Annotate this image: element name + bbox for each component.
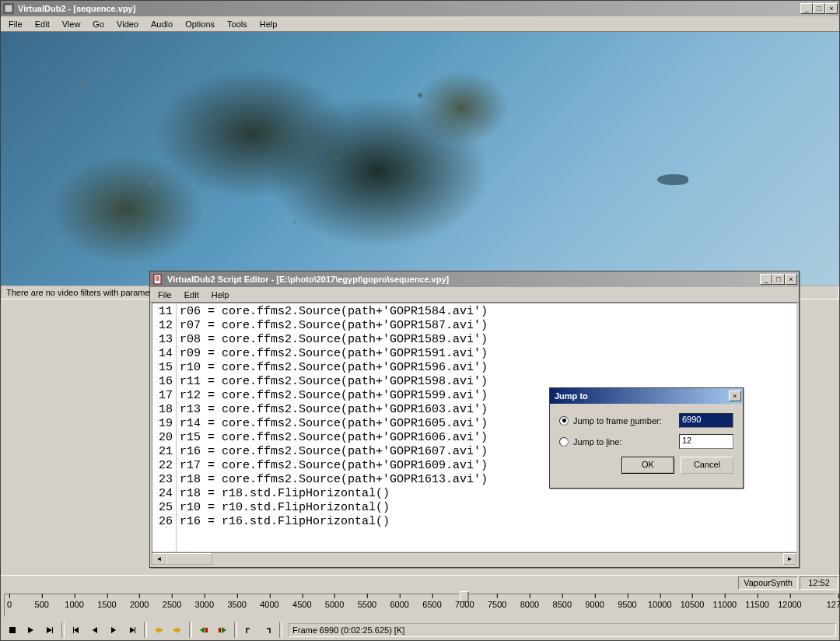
play-input-button[interactable]: [23, 622, 40, 639]
code-line[interactable]: r12 = core.ffms2.Source(path+'GOPR1599.a…: [180, 389, 488, 403]
video-preview[interactable]: [1, 32, 839, 285]
code-line[interactable]: r15 = core.ffms2.Source(path+'GOPR1606.a…: [180, 431, 488, 445]
scroll-left-button[interactable]: ◄: [152, 553, 166, 565]
timeline-tick: 8000: [520, 594, 539, 609]
code-line[interactable]: r11 = core.ffms2.Source(path+'GOPR1598.a…: [180, 375, 488, 389]
play-output-button[interactable]: [41, 622, 58, 639]
code-line[interactable]: r07 = core.ffms2.Source(path+'GOPR1587.a…: [180, 319, 488, 333]
editor-minimize-button[interactable]: _: [760, 274, 772, 285]
code-line[interactable]: r06 = core.ffms2.Source(path+'GOPR1584.a…: [180, 305, 488, 319]
go-start-button[interactable]: [68, 622, 85, 639]
menu-edit[interactable]: Edit: [29, 18, 56, 30]
scroll-right-button[interactable]: ►: [783, 553, 796, 565]
scene-next-button[interactable]: [214, 622, 231, 639]
svg-rect-2: [9, 627, 16, 633]
code-line[interactable]: r08 = core.ffms2.Source(path+'GOPR1589.a…: [180, 333, 488, 347]
line-number: 21: [159, 445, 173, 459]
timeline-tick: 5500: [358, 594, 376, 609]
key-prev-button[interactable]: [150, 622, 167, 639]
code-line[interactable]: r09 = core.ffms2.Source(path+'GOPR1591.a…: [180, 347, 488, 361]
menu-video[interactable]: Video: [110, 18, 145, 30]
timeline-tick: 12748: [827, 594, 840, 609]
menu-file[interactable]: File: [2, 18, 29, 30]
close-button[interactable]: ×: [825, 3, 838, 14]
jump-to-dialog: Jump to × Jump to frame number: 6990 Jum…: [549, 387, 744, 489]
ok-button[interactable]: OK: [621, 457, 674, 474]
timeline-tick: 11000: [713, 594, 737, 609]
input-line-number[interactable]: 12: [679, 434, 733, 449]
maximize-button[interactable]: □: [813, 3, 825, 14]
input-frame-number[interactable]: 6990: [679, 413, 733, 428]
label-line: Jump to line:: [573, 437, 621, 447]
timeline-tick-label: 9500: [618, 600, 636, 609]
timeline-tick: 5000: [325, 594, 344, 609]
menu-go[interactable]: Go: [86, 18, 110, 30]
editor-close-button[interactable]: ×: [785, 274, 797, 285]
editor-menubar: FileEditHelp: [150, 287, 799, 303]
line-number: 19: [159, 417, 173, 431]
timeline-tick-label: 5500: [358, 600, 376, 609]
timeline-tick: 9500: [618, 594, 636, 609]
main-menubar: FileEditViewGoVideoAudioOptionsToolsHelp: [1, 16, 839, 32]
jump-close-button[interactable]: ×: [729, 391, 741, 401]
code-line[interactable]: r18 = core.ffms2.Source(path+'GOPR1613.a…: [180, 473, 488, 487]
radio-line[interactable]: [559, 437, 569, 447]
line-number: 11: [159, 305, 173, 319]
status-time: 12:52: [800, 576, 838, 590]
step-back-button[interactable]: [86, 622, 103, 639]
svg-rect-3: [52, 627, 53, 633]
editor-menu-help[interactable]: Help: [205, 289, 236, 301]
menu-help[interactable]: Help: [254, 18, 284, 30]
status-engine: VapourSynth: [738, 576, 798, 590]
code-line[interactable]: r14 = core.ffms2.Source(path+'GOPR1605.a…: [180, 417, 488, 431]
line-number: 15: [159, 361, 173, 375]
timeline-tick-label: 0: [7, 600, 12, 609]
main-title: VirtualDub2 - [sequence.vpy]: [18, 4, 800, 13]
line-number: 17: [159, 389, 173, 403]
editor-hscrollbar[interactable]: ◄ ►: [152, 552, 797, 566]
radio-frame[interactable]: [559, 416, 569, 426]
timeline[interactable]: 0500100015002000250030003500400045005000…: [4, 594, 836, 617]
timeline-tick-label: 4000: [260, 600, 278, 609]
timeline-playhead[interactable]: [460, 591, 468, 604]
timeline-tick-label: 11500: [745, 600, 769, 609]
timeline-tick-label: 3000: [195, 600, 214, 609]
editor-titlebar[interactable]: VirtualDub2 Script Editor - [E:\photo\20…: [150, 271, 799, 287]
menu-audio[interactable]: Audio: [145, 18, 179, 30]
timeline-tick-label: 7500: [488, 600, 506, 609]
code-line[interactable]: r17 = core.ffms2.Source(path+'GOPR1609.a…: [180, 459, 488, 473]
code-line[interactable]: r16 = core.ffms2.Source(path+'GOPR1607.a…: [180, 445, 488, 459]
editor-menu-edit[interactable]: Edit: [178, 289, 205, 301]
timeline-tick: 500: [35, 594, 49, 609]
step-fwd-button[interactable]: [105, 622, 122, 639]
timeline-tick-label: 10000: [648, 600, 672, 609]
menu-view[interactable]: View: [56, 18, 87, 30]
timeline-tick-label: 9000: [585, 600, 604, 609]
key-next-button[interactable]: [169, 622, 186, 639]
scroll-thumb[interactable]: [166, 553, 212, 565]
main-titlebar[interactable]: VirtualDub2 - [sequence.vpy] _ □ ×: [1, 1, 839, 16]
code-line[interactable]: r13 = core.ffms2.Source(path+'GOPR1603.a…: [180, 403, 488, 417]
mark-in-button[interactable]: [240, 622, 257, 639]
mark-out-button[interactable]: [259, 622, 276, 639]
timeline-tick: 6000: [390, 594, 408, 609]
editor-menu-file[interactable]: File: [152, 289, 178, 301]
code-line[interactable]: r18 = r18.std.FlipHorizontal(): [180, 487, 488, 501]
code-line[interactable]: r16 = r16.std.FlipHorizontal(): [180, 515, 488, 529]
go-end-button[interactable]: [124, 622, 141, 639]
timeline-tick: 9000: [585, 594, 604, 609]
timeline-tick: 1000: [65, 594, 83, 609]
menu-tools[interactable]: Tools: [221, 18, 254, 30]
minimize-button[interactable]: _: [800, 3, 813, 14]
menu-options[interactable]: Options: [179, 18, 221, 30]
cancel-button[interactable]: Cancel: [681, 457, 733, 474]
line-number: 13: [159, 333, 173, 347]
code-lines[interactable]: r06 = core.ffms2.Source(path+'GOPR1584.a…: [177, 303, 491, 552]
editor-maximize-button[interactable]: □: [772, 274, 785, 285]
code-line[interactable]: r10 = core.ffms2.Source(path+'GOPR1596.a…: [180, 361, 488, 375]
line-number: 26: [159, 515, 173, 529]
jump-titlebar[interactable]: Jump to ×: [550, 388, 743, 404]
code-line[interactable]: r10 = r10.std.FlipHorizontal(): [180, 501, 488, 515]
stop-button[interactable]: [4, 622, 21, 639]
scene-prev-button[interactable]: [195, 622, 212, 639]
